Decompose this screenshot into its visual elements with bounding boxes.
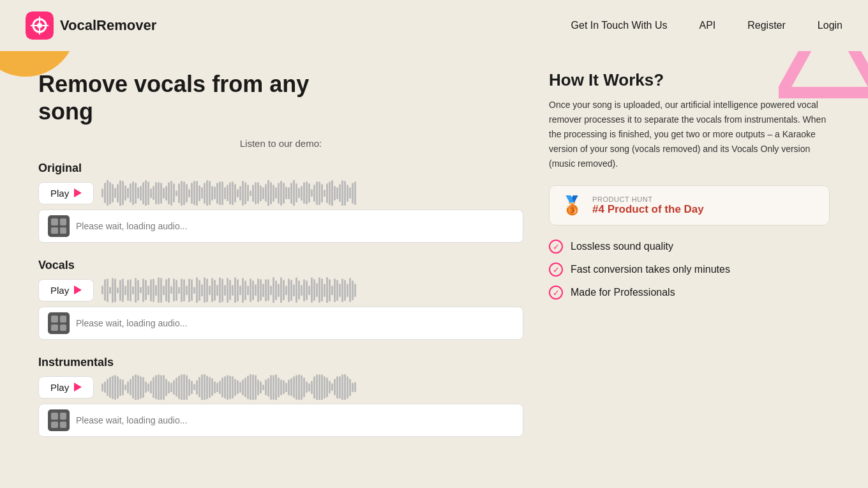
nav-logo: VocalRemover [26, 11, 571, 40]
original-loading-text: Please wait, loading audio... [76, 221, 187, 231]
main-title: Remove vocals from any song [38, 70, 357, 125]
feature-professional-label: Made for Professionals [571, 287, 675, 298]
instrumentals-play-label: Play [50, 382, 69, 393]
right-panel: How It Works? Once your song is uploaded… [549, 70, 830, 453]
instrumentals-row: Play [38, 374, 523, 400]
feature-list: ✓ Lossless sound quality ✓ Fast conversi… [549, 240, 830, 300]
ph-text-block: PRODUCT HUNT #4 Product of the Day [592, 195, 704, 216]
navbar: VocalRemover Get In Touch With Us API Re… [0, 0, 868, 51]
audio-section-instrumentals: Instrumentals Play Please wait, loading … [38, 356, 523, 437]
demo-label: Listen to our demo: [38, 138, 523, 149]
left-panel: Remove vocals from any song Listen to ou… [38, 70, 523, 453]
original-player: Please wait, loading audio... [38, 210, 523, 243]
check-icon-professional: ✓ [549, 286, 563, 300]
nav-links: Get In Touch With Us API Register Login [571, 20, 842, 31]
feature-professional: ✓ Made for Professionals [549, 286, 830, 300]
feature-lossless: ✓ Lossless sound quality [549, 240, 830, 254]
ph-medal-icon: 🥉 [561, 195, 583, 216]
feature-lossless-label: Lossless sound quality [571, 241, 673, 252]
vocals-loading-text: Please wait, loading audio... [76, 318, 187, 328]
audio-section-original: Original Play Please wait, loading audio… [38, 162, 523, 243]
ph-tagline: #4 Product of the Day [592, 203, 704, 216]
instrumentals-player: Please wait, loading audio... [38, 404, 523, 437]
vocals-play-label: Play [50, 285, 69, 296]
check-icon-lossless: ✓ [549, 240, 563, 254]
vocals-play-button[interactable]: Play [38, 279, 94, 301]
nav-contact[interactable]: Get In Touch With Us [571, 20, 668, 31]
vocals-play-icon [74, 286, 82, 294]
instrumentals-play-button[interactable]: Play [38, 376, 94, 399]
brand-name: VocalRemover [60, 17, 156, 34]
vocals-row: Play [38, 277, 523, 303]
check-icon-fast: ✓ [549, 263, 563, 277]
instrumentals-loading-icon [48, 409, 70, 431]
logo-icon [26, 11, 54, 40]
main-content: Remove vocals from any song Listen to ou… [0, 51, 868, 472]
how-it-works-title: How It Works? [549, 70, 830, 90]
original-waveform [101, 180, 523, 206]
vocals-title: Vocals [38, 259, 523, 272]
vocals-waveform [101, 277, 523, 303]
how-it-works-text: Once your song is uploaded, our artifici… [549, 98, 830, 171]
nav-register[interactable]: Register [747, 20, 786, 31]
feature-fast: ✓ Fast conversion takes only minutes [549, 263, 830, 277]
original-play-button[interactable]: Play [38, 182, 94, 204]
original-title: Original [38, 162, 523, 175]
ph-label: PRODUCT HUNT [592, 195, 704, 203]
feature-fast-label: Fast conversion takes only minutes [571, 264, 730, 275]
vocals-loading-icon [48, 312, 70, 334]
bottom-section: VocalRemover Can Do More! ✓ Bass separat… [0, 472, 868, 488]
original-row: Play [38, 180, 523, 206]
audio-section-vocals: Vocals Play Please wait, loading audio..… [38, 259, 523, 340]
instrumentals-play-icon [74, 383, 82, 392]
original-play-icon [74, 188, 82, 197]
vocals-player: Please wait, loading audio... [38, 307, 523, 340]
instrumentals-title: Instrumentals [38, 356, 523, 369]
instrumentals-waveform [101, 374, 523, 400]
original-loading-icon [48, 215, 70, 237]
nav-login[interactable]: Login [818, 20, 842, 31]
instrumentals-loading-text: Please wait, loading audio... [76, 415, 187, 425]
product-hunt-badge: 🥉 PRODUCT HUNT #4 Product of the Day [549, 185, 830, 225]
original-play-label: Play [50, 188, 69, 199]
nav-api[interactable]: API [699, 20, 715, 31]
